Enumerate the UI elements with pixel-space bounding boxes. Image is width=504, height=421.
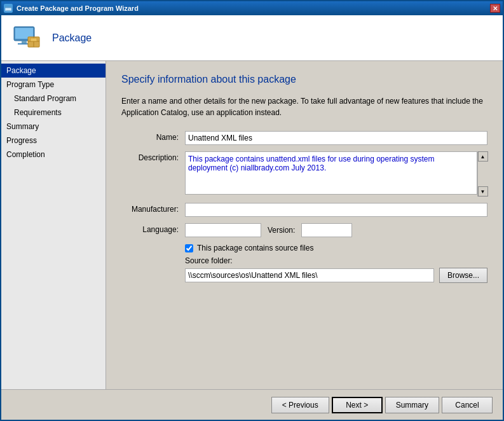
source-files-checkbox[interactable]: [185, 244, 193, 252]
sidebar-item-summary[interactable]: Summary: [1, 120, 106, 134]
svg-rect-1: [5, 6, 11, 8]
footer: < Previous Next > Summary Cancel: [1, 389, 503, 420]
sidebar-item-standard-program[interactable]: Standard Program: [1, 92, 106, 106]
content-area: Specify information about this package E…: [106, 61, 503, 389]
next-button[interactable]: Next >: [332, 397, 383, 413]
name-input[interactable]: [185, 131, 487, 145]
language-version-group: Version:: [185, 223, 352, 237]
main-window: Create Package and Program Wizard ✕ Pack…: [0, 0, 504, 421]
cancel-button[interactable]: Cancel: [442, 397, 493, 413]
scroll-up-btn[interactable]: ▲: [478, 151, 488, 162]
manufacturer-label: Manufacturer:: [121, 203, 185, 214]
title-bar: Create Package and Program Wizard ✕: [1, 1, 503, 15]
svg-rect-2: [6, 10, 10, 11]
sidebar: Package Program Type Standard Program Re…: [1, 61, 106, 389]
name-label: Name:: [121, 131, 185, 142]
name-row: Name:: [121, 131, 487, 145]
sidebar-item-requirements[interactable]: Requirements: [1, 106, 106, 120]
svg-rect-10: [31, 38, 37, 41]
sidebar-item-package[interactable]: Package: [1, 64, 106, 78]
previous-button[interactable]: < Previous: [271, 397, 329, 413]
description-wrapper: This package contains unattend.xml files…: [185, 151, 487, 197]
version-label: Version:: [268, 226, 295, 235]
source-folder-input[interactable]: [185, 268, 434, 282]
version-input[interactable]: [301, 223, 352, 237]
header-title: Package: [52, 32, 92, 44]
language-input[interactable]: [185, 223, 261, 237]
description-text: Enter a name and other details for the n…: [121, 95, 487, 118]
language-version-row: Language: Version:: [121, 223, 487, 237]
svg-rect-5: [22, 41, 27, 43]
summary-button[interactable]: Summary: [385, 397, 439, 413]
main-content: Package Program Type Standard Program Re…: [1, 61, 503, 389]
source-files-label[interactable]: This package contains source files: [197, 244, 313, 252]
language-label: Language:: [121, 223, 185, 234]
manufacturer-row: Manufacturer:: [121, 203, 487, 217]
sidebar-item-completion[interactable]: Completion: [1, 148, 106, 162]
sidebar-item-progress[interactable]: Progress: [1, 134, 106, 148]
description-label: Description:: [121, 151, 185, 162]
browse-button[interactable]: Browse...: [439, 268, 487, 283]
page-title: Specify information about this package: [121, 74, 487, 85]
source-folder-row: Browse...: [121, 268, 487, 283]
sidebar-item-program-type[interactable]: Program Type: [1, 78, 106, 92]
source-folder-label: Source folder:: [121, 256, 487, 265]
description-input[interactable]: This package contains unattend.xml files…: [185, 151, 477, 195]
package-icon: [11, 23, 42, 53]
description-scrollbar[interactable]: ▲ ▼: [477, 151, 487, 197]
source-files-checkbox-row: This package contains source files: [121, 244, 487, 252]
manufacturer-input[interactable]: [185, 203, 487, 217]
description-row: Description: This package contains unatt…: [121, 151, 487, 197]
header-area: Package: [1, 15, 503, 61]
window-title: Create Package and Program Wizard: [17, 4, 139, 12]
close-button[interactable]: ✕: [490, 4, 500, 13]
scroll-down-btn[interactable]: ▼: [478, 186, 488, 197]
window-icon: [4, 4, 13, 13]
